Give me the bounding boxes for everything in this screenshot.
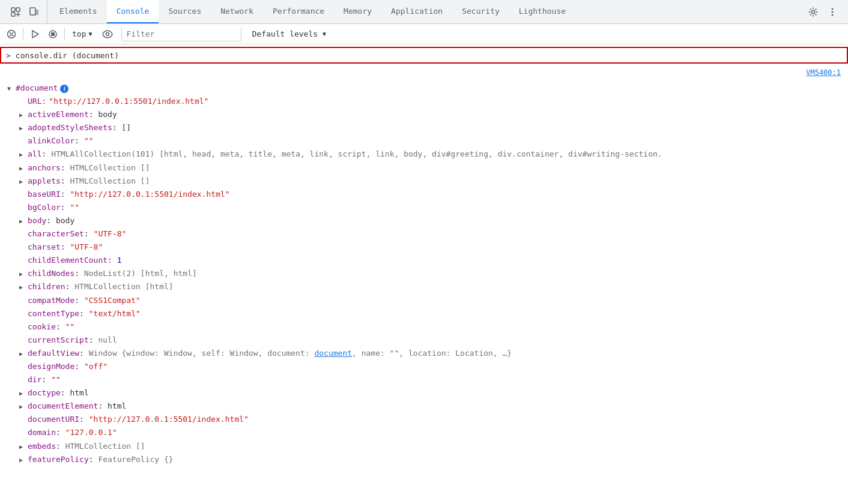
children-expand[interactable] [19,282,28,292]
child-nodes-value: NodeList(2) [html, html] [84,267,197,280]
vm-reference[interactable]: VM5400:1 [0,66,848,79]
current-script-label: currentScript [28,334,89,347]
doctype-sep: : [61,386,70,400]
active-element-expand[interactable] [19,110,28,120]
svg-rect-3 [30,8,35,15]
tab-elements[interactable]: Elements [50,0,107,23]
tab-application[interactable]: Application [381,0,452,23]
children-label: children [28,280,65,293]
tab-lighthouse[interactable]: Lighthouse [509,0,575,23]
tab-console[interactable]: Console [107,0,159,23]
document-title: #document [16,82,58,95]
tab-network[interactable]: Network [211,0,263,23]
document-root-row: #document i [7,82,841,95]
all-sep: : [41,148,51,161]
body-expand[interactable] [19,216,28,226]
child-element-count-label: childElementCount [28,254,108,267]
tab-security[interactable]: Security [452,0,509,23]
base-uri-value: "http://127.0.0.1:5501/index.html" [70,188,229,201]
tab-memory[interactable]: Memory [334,0,381,23]
child-nodes-row: childNodes : NodeList(2) [html, html] [7,267,841,280]
context-selector[interactable]: top ▼ [68,28,96,40]
command-line: > console.dir (document) [0,47,848,64]
content-type-label: contentType [28,307,79,320]
context-dropdown-icon: ▼ [88,31,92,37]
content-type-sep: : [79,307,89,320]
feature-policy-value: FeaturePolicy {} [98,453,173,466]
document-element-row: documentElement : html [7,400,841,413]
child-nodes-sep: : [74,267,84,280]
all-label: all [28,148,41,161]
tab-performance[interactable]: Performance [263,0,334,23]
svg-point-7 [832,11,834,13]
bg-color-row: bgColor : "" [7,201,841,214]
default-view-expand[interactable] [19,349,28,359]
charset-label: characterSet [28,227,84,241]
default-view-sep: : [79,347,89,360]
feature-policy-expand[interactable] [19,455,28,465]
clear-console-icon[interactable] [4,26,19,42]
document-info-icon[interactable]: i [60,85,68,93]
dir-sep: : [41,373,51,386]
child-nodes-label: childNodes [28,267,74,280]
charset2-label: charset [28,241,61,254]
active-element-value: body [98,108,117,121]
children-value: HTMLCollection [html] [74,280,173,293]
default-levels-button[interactable]: Default levels ▼ [247,28,332,40]
document-uri-label: documentURI [28,413,79,426]
svg-point-8 [832,14,834,16]
anchors-expand[interactable] [19,163,28,173]
all-expand[interactable] [19,149,28,160]
adopted-stylesheets-expand[interactable] [19,123,28,133]
default-view-label: defaultView [28,347,79,360]
eye-icon[interactable] [100,26,115,42]
content-type-row: contentType : "text/html" [7,307,841,320]
svg-rect-4 [36,10,38,14]
document-tree: #document i URL: "http://127.0.0.1:5501/… [0,79,848,469]
alink-color-label: alinkColor [28,134,74,148]
embeds-row: embeds : HTMLCollection [] [7,440,841,453]
settings-icon[interactable] [805,4,822,20]
anchors-value: HTMLCollection [] [70,161,150,175]
adopted-stylesheets-value: [] [122,121,132,134]
device-toolbar-icon[interactable] [25,4,42,20]
svg-rect-1 [11,13,15,16]
current-script-value: null [98,334,117,347]
all-value: HTMLAllCollection(101) [html, head, meta… [51,148,662,161]
embeds-expand[interactable] [19,442,28,452]
default-view-document-link[interactable]: document [314,347,352,360]
adopted-stylesheets-sep: : [112,121,122,134]
default-levels-dropdown-icon: ▼ [323,31,326,37]
default-view-value2: , name: "", location: Location, …} [352,347,512,360]
design-mode-label: designMode [28,360,74,373]
filter-input[interactable] [122,27,241,41]
doctype-label: doctype [28,386,61,400]
charset2-row: charset : "UTF-8" [7,241,841,254]
more-options-icon[interactable] [824,4,841,20]
applets-expand[interactable] [19,176,28,187]
design-mode-value: "off" [84,360,108,373]
tab-sources[interactable]: Sources [159,0,211,23]
domain-sep: : [56,426,65,439]
document-expand-icon[interactable] [7,83,16,94]
tabs-list: Elements Console Sources Network Perform… [47,0,800,23]
content-type-value: "text/html" [89,307,141,320]
play-icon[interactable] [27,26,43,42]
anchors-label: anchors [28,161,61,175]
url-value: "http://127.0.0.1:5501/index.html" [49,95,208,108]
alink-color-value: "" [84,134,94,148]
url-label: URL: [28,95,46,108]
current-script-sep: : [89,334,98,347]
cookie-value: "" [65,320,75,334]
context-label: top [72,29,86,38]
bg-color-sep: : [61,201,70,214]
design-mode-row: designMode : "off" [7,360,841,373]
doctype-expand[interactable] [19,388,28,398]
stop-icon[interactable] [45,26,61,42]
feature-policy-row: featurePolicy : FeaturePolicy {} [7,453,841,466]
document-element-expand[interactable] [19,401,28,412]
tab-bar: Elements Console Sources Network Perform… [0,0,848,24]
body-sep: : [46,214,56,227]
child-nodes-expand[interactable] [19,269,28,279]
inspect-element-icon[interactable] [7,4,24,20]
